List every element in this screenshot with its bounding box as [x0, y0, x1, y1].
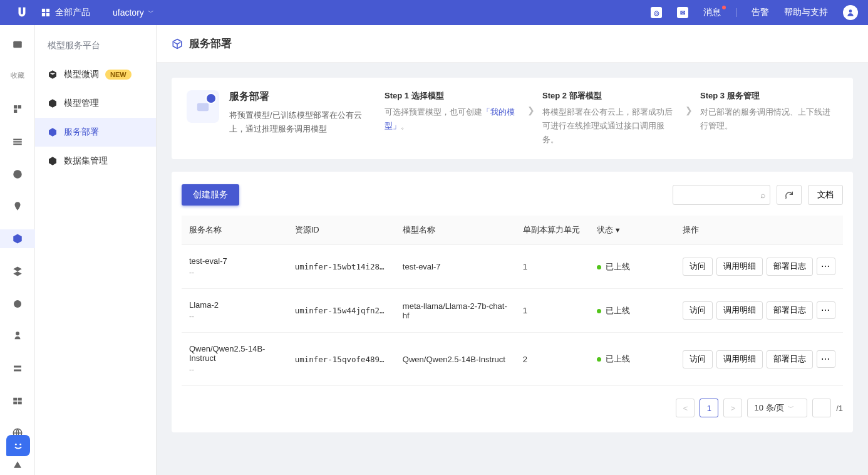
mail-icon[interactable]: ✉	[677, 7, 688, 18]
rail-item-9[interactable]	[0, 359, 35, 378]
more-button[interactable]: ⋯	[817, 301, 835, 319]
pager-total: /1	[836, 404, 843, 413]
sidebar-item-finetune[interactable]: 模型微调 NEW	[35, 60, 156, 89]
svg-rect-11	[13, 144, 22, 145]
rail-item-8[interactable]	[0, 326, 35, 345]
status-dot-icon	[597, 265, 601, 269]
rail-item-3[interactable]	[0, 132, 35, 151]
svg-point-12	[13, 170, 22, 179]
sidebar-item-model-mgmt[interactable]: 模型管理	[35, 89, 156, 118]
resource-id: uminfer-15qvofe489…	[287, 333, 395, 386]
pager-next[interactable]: >	[723, 399, 742, 417]
all-products-label: 全部产品	[55, 7, 90, 18]
steps-title: 服务部署	[229, 90, 364, 103]
sidebar-item-deploy[interactable]: 服务部署	[35, 118, 156, 147]
refresh-button[interactable]	[777, 185, 802, 205]
logo[interactable]	[10, 6, 34, 19]
rail-item-7[interactable]	[0, 295, 35, 313]
svc-name: Qwen/Qwen2.5-14B-Instruct	[189, 344, 280, 363]
sidebar-item-dataset[interactable]: 数据集管理	[35, 147, 156, 175]
svg-point-21	[15, 444, 17, 446]
status-cell: 已上线	[589, 289, 675, 333]
svg-rect-6	[14, 105, 17, 108]
model-name: meta-llama/Llama-2-7b-chat-hf	[395, 289, 515, 333]
detail-button[interactable]: 调用明细	[716, 350, 763, 368]
new-badge: NEW	[105, 70, 132, 80]
th-status[interactable]: 状态▼	[589, 216, 675, 245]
pager-prev[interactable]: <	[676, 399, 695, 417]
page-title: 服务部署	[189, 36, 232, 51]
rail-item-2[interactable]	[0, 100, 35, 118]
svg-rect-18	[13, 402, 17, 405]
visit-button[interactable]: 访问	[683, 301, 713, 320]
steps-desc: 将预置模型/已训练模型部署在公有云上，通过推理服务调用模型	[229, 108, 364, 136]
svg-rect-15	[14, 370, 21, 372]
create-service-button[interactable]: 创建服务	[182, 184, 239, 206]
visit-button[interactable]: 访问	[683, 258, 713, 276]
sidebar: 模型服务平台 模型微调 NEW 模型管理 服务部署 数据集管理	[35, 25, 157, 475]
step3-title: Step 3 服务管理	[700, 90, 838, 102]
filter-icon: ▼	[614, 226, 621, 234]
search-icon[interactable]: ⌕	[760, 190, 765, 200]
rail-item-fav[interactable]: 收藏	[0, 68, 35, 86]
rail-item-1[interactable]	[0, 35, 35, 54]
rail-item-cube[interactable]	[0, 229, 35, 248]
workspace-name: ufactory	[113, 8, 144, 18]
logs-button[interactable]: 部署日志	[767, 350, 813, 368]
step1-desc: 可选择预置模型，也可创建「我的模型」。	[385, 105, 522, 133]
chevron-down-icon: ﹀	[788, 404, 794, 412]
status-dot-icon	[597, 357, 601, 362]
svg-rect-9	[13, 139, 22, 140]
logs-button[interactable]: 部署日志	[767, 301, 813, 320]
cube-icon	[48, 98, 58, 108]
grid-icon	[41, 8, 50, 17]
icon-rail: 收藏	[0, 25, 35, 475]
step3-desc: 对已部署的服务调用情况、上下线进行管理。	[700, 105, 838, 133]
alerts-link[interactable]: 告警	[752, 7, 769, 18]
rail-item-6[interactable]	[0, 262, 35, 281]
rail-item-4[interactable]	[0, 165, 35, 184]
pager-size-select[interactable]: 10 条/页 ﹀	[747, 399, 807, 417]
svg-rect-3	[46, 13, 49, 16]
refresh-icon	[784, 190, 794, 200]
rail-item-12[interactable]	[0, 456, 35, 475]
compute-unit: 1	[515, 289, 589, 333]
doc-button[interactable]: 文档	[808, 185, 843, 205]
svc-sub: --	[189, 365, 280, 374]
svg-rect-19	[18, 402, 21, 405]
model-name: test-eval-7	[395, 245, 515, 289]
detail-button[interactable]: 调用明细	[716, 258, 763, 276]
more-button[interactable]: ⋯	[817, 350, 835, 368]
compute-unit: 1	[515, 245, 589, 289]
step2-desc: 将模型部署在公有云上，部署成功后可进行在线推理或通过接口调用服务。	[542, 105, 680, 147]
svg-rect-0	[42, 9, 45, 12]
logs-button[interactable]: 部署日志	[767, 258, 813, 276]
model-name: Qwen/Qwen2.5-14B-Instruct	[395, 333, 515, 386]
more-button[interactable]: ⋯	[817, 258, 835, 275]
resource-id: uminfer-15wbt14i28…	[287, 245, 395, 289]
messages-link[interactable]: 消息	[703, 7, 721, 18]
help-link[interactable]: 帮助与支持	[784, 7, 828, 18]
avatar[interactable]	[843, 5, 858, 20]
rail-item-5[interactable]	[0, 197, 35, 216]
pager-jump-input[interactable]	[812, 399, 831, 417]
status-cell: 已上线	[589, 333, 675, 386]
all-products-menu[interactable]: 全部产品	[41, 7, 90, 18]
detail-button[interactable]: 调用明细	[716, 301, 763, 320]
search-icon[interactable]: ◎	[651, 7, 662, 18]
search-input[interactable]	[673, 185, 770, 205]
workspace-selector[interactable]: ufactory ﹀	[113, 8, 154, 18]
chevron-down-icon: ﹀	[148, 8, 154, 17]
pager-page-1[interactable]: 1	[700, 399, 718, 417]
cube-icon	[48, 127, 58, 137]
th-model: 模型名称	[395, 216, 515, 245]
visit-button[interactable]: 访问	[683, 350, 713, 368]
svc-sub: --	[189, 268, 280, 277]
rail-item-10[interactable]	[0, 392, 35, 410]
th-rid: 资源ID	[287, 216, 395, 245]
th-name: 服务名称	[182, 216, 287, 245]
step2-title: Step 2 部署模型	[542, 90, 680, 102]
chat-bubble-icon[interactable]	[6, 435, 30, 456]
svg-rect-2	[42, 13, 45, 16]
deploy-icon	[187, 90, 219, 123]
